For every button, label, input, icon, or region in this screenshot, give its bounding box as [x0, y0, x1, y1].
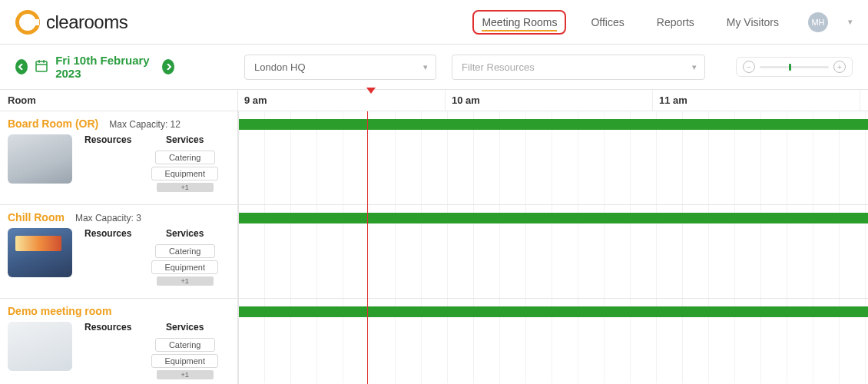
chevron-left-icon	[18, 64, 25, 70]
time-header: 9 am 10 am 11 am	[238, 90, 868, 111]
service-more-button[interactable]: +1	[157, 370, 214, 379]
date-navigator: Fri 10th February 2023	[15, 54, 174, 80]
time-header-slot: 11 am	[653, 90, 860, 111]
availability-bar[interactable]	[239, 306, 868, 317]
calendar-icon[interactable]	[35, 60, 48, 74]
prev-day-button[interactable]	[15, 59, 28, 74]
grid-header-row: Room 9 am 10 am 11 am	[0, 90, 868, 111]
next-day-button[interactable]	[162, 59, 174, 74]
time-header-slot: 10 am	[446, 90, 653, 111]
nav-meeting-rooms[interactable]: Meeting Rooms	[472, 10, 566, 35]
time-header-slot: 9 am	[238, 90, 446, 111]
availability-bar[interactable]	[239, 213, 868, 223]
zoom-slider[interactable]	[760, 66, 829, 68]
room-capacity: Max Capacity: 3	[75, 213, 141, 223]
timeline-row[interactable]	[239, 111, 868, 205]
room-thumbnail[interactable]	[8, 228, 72, 277]
filter-resources-select[interactable]: Filter Resources	[452, 55, 705, 80]
room-column-header: Room	[0, 90, 238, 111]
resources-column-label: Resources	[84, 134, 131, 145]
user-avatar[interactable]: MH	[808, 12, 828, 32]
zoom-control: − +	[736, 57, 853, 77]
logo-icon	[15, 10, 40, 35]
current-time-indicator-icon	[366, 88, 376, 94]
svg-rect-0	[36, 61, 47, 71]
services-column-label: Services	[166, 322, 204, 333]
service-equipment-button[interactable]: Equipment	[151, 167, 218, 180]
timeline-row[interactable]	[239, 205, 868, 299]
top-nav: Meeting Rooms Offices Reports My Visitor…	[472, 10, 853, 35]
service-catering-button[interactable]: Catering	[155, 244, 215, 258]
room-capacity: Max Capacity: 12	[109, 119, 181, 130]
service-equipment-button[interactable]: Equipment	[151, 260, 218, 274]
resources-column-label: Resources	[84, 228, 131, 239]
chevron-right-icon	[165, 64, 171, 70]
zoom-out-button[interactable]: −	[743, 61, 755, 73]
app-header: clearooms Meeting Rooms Offices Reports …	[0, 0, 868, 45]
chevron-down-icon[interactable]: ▾	[848, 17, 853, 27]
service-equipment-button[interactable]: Equipment	[151, 354, 218, 368]
room-thumbnail[interactable]	[8, 322, 72, 371]
brand-name: clearooms	[46, 12, 128, 33]
nav-my-visitors[interactable]: My Visitors	[719, 12, 787, 33]
room-cell: Board Room (OR) Max Capacity: 12 Resourc…	[0, 111, 238, 205]
nav-offices[interactable]: Offices	[583, 12, 631, 33]
availability-bar[interactable]	[239, 119, 868, 130]
service-catering-button[interactable]: Catering	[155, 338, 215, 352]
service-more-button[interactable]: +1	[157, 276, 214, 286]
room-cell: Chill Room Max Capacity: 3 Resources Ser…	[0, 205, 238, 299]
zoom-in-button[interactable]: +	[833, 61, 846, 73]
date-label[interactable]: Fri 10th February 2023	[55, 54, 154, 80]
room-cell: Demo meeting room Resources Services Cat…	[0, 299, 238, 384]
toolbar: Fri 10th February 2023 London HQ Filter …	[0, 45, 868, 89]
brand-logo[interactable]: clearooms	[15, 10, 128, 35]
room-name[interactable]: Board Room (OR)	[8, 118, 98, 130]
schedule-grid: Room 9 am 10 am 11 am Board Room (OR) Ma…	[0, 89, 868, 384]
timeline-row[interactable]	[239, 299, 868, 383]
resources-column-label: Resources	[84, 322, 131, 333]
room-thumbnail[interactable]	[8, 134, 72, 184]
location-select[interactable]: London HQ	[244, 55, 436, 80]
current-time-line	[367, 111, 368, 384]
room-name[interactable]: Demo meeting room	[8, 305, 111, 317]
service-catering-button[interactable]: Catering	[155, 151, 215, 164]
timeline-area	[238, 111, 868, 384]
services-column-label: Services	[166, 228, 204, 239]
nav-reports[interactable]: Reports	[649, 12, 702, 33]
service-more-button[interactable]: +1	[157, 183, 214, 192]
services-column-label: Services	[166, 134, 204, 145]
room-name[interactable]: Chill Room	[8, 211, 65, 223]
